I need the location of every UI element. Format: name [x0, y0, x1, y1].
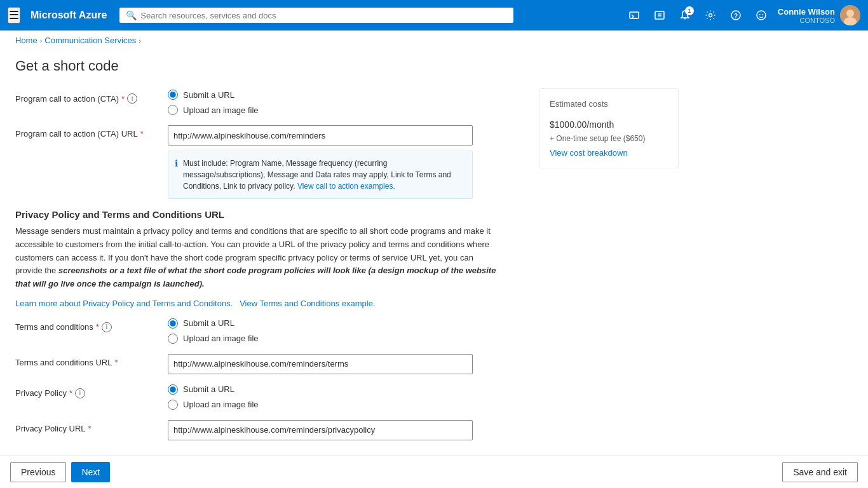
- svg-point-12: [762, 14, 763, 15]
- terms-info-icon[interactable]: i: [102, 322, 112, 332]
- terms-required: *: [96, 322, 99, 332]
- terms-upload-image-radio[interactable]: [168, 334, 178, 344]
- svg-text:?: ?: [734, 13, 738, 20]
- bottom-left-buttons: Previous Next: [10, 462, 110, 482]
- user-info: Connie Wilson CONTOSO: [778, 7, 835, 24]
- cta-label: Program call to action (CTA) * i: [15, 90, 168, 104]
- cta-required: *: [121, 94, 125, 104]
- cta-field-row: Program call to action (CTA) * i Submit …: [15, 90, 524, 115]
- cta-info-link[interactable]: View call to action examples.: [297, 182, 395, 191]
- app-logo: Microsoft Azure: [31, 10, 107, 21]
- cta-submit-url-radio[interactable]: [168, 90, 178, 100]
- privacy-url-content: [168, 420, 524, 440]
- privacy-upload-image-radio[interactable]: [168, 400, 178, 410]
- cost-period: /month: [587, 119, 614, 130]
- user-menu[interactable]: Connie Wilson CONTOSO: [778, 5, 860, 25]
- terms-url-content: [168, 354, 524, 374]
- directory-icon[interactable]: [648, 4, 671, 27]
- search-input[interactable]: [140, 11, 507, 20]
- cta-url-field-row: Program call to action (CTA) URL * ℹ Mus…: [15, 125, 524, 199]
- cta-upload-image-radio[interactable]: [168, 105, 178, 115]
- svg-point-14: [846, 10, 854, 17]
- privacy-options: Submit a URL Upload an image file: [168, 384, 524, 410]
- cta-submit-url-option[interactable]: Submit a URL: [168, 90, 524, 100]
- notifications-icon[interactable]: 1: [674, 4, 696, 27]
- cost-amount: $1000.00/month: [550, 114, 614, 131]
- breadcrumb-sep-2: ›: [139, 37, 141, 44]
- cta-url-label: Program call to action (CTA) URL *: [15, 125, 168, 139]
- feedback-icon[interactable]: [750, 4, 773, 27]
- privacy-policy-label: Privacy Policy * i: [15, 384, 168, 398]
- previous-button[interactable]: Previous: [10, 462, 66, 482]
- privacy-upload-image-label: Upload an image file: [183, 400, 259, 409]
- cta-info-box: ℹ Must include: Program Name, Message fr…: [168, 151, 473, 199]
- terms-submit-url-radio[interactable]: [168, 318, 178, 329]
- cost-label: Estimated costs: [550, 99, 668, 109]
- settings-icon[interactable]: [699, 4, 722, 27]
- cta-radio-group: Submit a URL Upload an image file: [168, 90, 524, 115]
- cost-setup: + One-time setup fee ($650): [550, 134, 668, 143]
- terms-upload-image-label: Upload an image file: [183, 334, 259, 343]
- privacy-url-field-row: Privacy Policy URL *: [15, 420, 524, 440]
- cta-info-icon[interactable]: i: [127, 93, 137, 104]
- svg-rect-0: [630, 12, 639, 18]
- next-button[interactable]: Next: [71, 462, 110, 482]
- cost-breakdown-link[interactable]: View cost breakdown: [550, 148, 668, 158]
- notification-badge: 1: [685, 6, 694, 15]
- privacy-submit-url-option[interactable]: Submit a URL: [168, 384, 524, 395]
- cta-info-text: Must include: Program Name, Message freq…: [183, 158, 466, 192]
- terms-url-label: Terms and conditions URL *: [15, 354, 168, 367]
- privacy-section-bold: screenshots or a text file of what the s…: [15, 266, 496, 288]
- privacy-submit-url-label: Submit a URL: [183, 384, 234, 394]
- privacy-section-desc: Message senders must maintain a privacy …: [15, 225, 498, 291]
- cta-submit-url-label: Submit a URL: [183, 90, 234, 100]
- privacy-url-input[interactable]: [168, 420, 473, 440]
- hamburger-menu[interactable]: ☰: [8, 7, 20, 24]
- cta-url-input[interactable]: [168, 125, 473, 146]
- privacy-view-example-link[interactable]: View Terms and Conditions example.: [240, 299, 375, 308]
- cta-upload-image-option[interactable]: Upload an image file: [168, 105, 524, 115]
- privacy-upload-image-option[interactable]: Upload an image file: [168, 400, 524, 410]
- privacy-policy-field-row: Privacy Policy * i Submit a URL Upload a…: [15, 384, 524, 410]
- terms-url-input[interactable]: [168, 354, 473, 374]
- privacy-section-links: Learn more about Privacy Policy and Term…: [15, 299, 524, 308]
- cta-url-content: ℹ Must include: Program Name, Message fr…: [168, 125, 524, 199]
- privacy-info-icon[interactable]: i: [75, 388, 85, 398]
- svg-point-10: [757, 11, 766, 20]
- svg-rect-2: [655, 11, 664, 19]
- terms-label: Terms and conditions * i: [15, 318, 168, 332]
- svg-point-7: [709, 14, 712, 17]
- terms-upload-image-option[interactable]: Upload an image file: [168, 334, 524, 344]
- cloud-shell-icon[interactable]: [623, 4, 646, 27]
- breadcrumb: Home › Communication Services ›: [0, 30, 868, 48]
- privacy-section-title: Privacy Policy and Terms and Conditions …: [15, 209, 524, 220]
- bottom-bar: Previous Next Save and exit: [0, 455, 868, 488]
- terms-options: Submit a URL Upload an image file: [168, 318, 524, 344]
- terms-field-row: Terms and conditions * i Submit a URL Up…: [15, 318, 524, 344]
- cta-upload-image-label: Upload an image file: [183, 105, 259, 115]
- topnav-icon-group: 1 ?: [623, 4, 773, 27]
- privacy-radio-group: Submit a URL Upload an image file: [168, 384, 524, 410]
- help-icon[interactable]: ?: [724, 4, 747, 27]
- svg-point-11: [759, 14, 760, 15]
- breadcrumb-section[interactable]: Communication Services: [44, 36, 136, 45]
- user-name: Connie Wilson: [778, 7, 835, 17]
- search-bar: 🔍: [119, 8, 513, 23]
- privacy-url-label: Privacy Policy URL *: [15, 420, 168, 433]
- privacy-url-required: *: [88, 424, 92, 433]
- terms-url-field-row: Terms and conditions URL *: [15, 354, 524, 374]
- terms-radio-group: Submit a URL Upload an image file: [168, 318, 524, 344]
- privacy-section: Privacy Policy and Terms and Conditions …: [15, 209, 524, 308]
- top-navigation: ☰ Microsoft Azure 🔍 1 ? Connie Wilson CO…: [0, 0, 868, 30]
- cost-panel: Estimated costs $1000.00/month + One-tim…: [539, 88, 679, 168]
- cta-url-required: *: [140, 129, 144, 139]
- main-content: Get a short code Program call to action …: [0, 48, 868, 455]
- terms-submit-url-option[interactable]: Submit a URL: [168, 318, 524, 329]
- save-exit-button[interactable]: Save and exit: [782, 462, 858, 482]
- info-icon: ℹ: [175, 158, 178, 192]
- cta-options: Submit a URL Upload an image file: [168, 90, 524, 115]
- privacy-submit-url-radio[interactable]: [168, 384, 178, 395]
- privacy-learn-more-link[interactable]: Learn more about Privacy Policy and Term…: [15, 299, 233, 308]
- breadcrumb-home[interactable]: Home: [15, 36, 37, 45]
- terms-submit-url-label: Submit a URL: [183, 318, 234, 328]
